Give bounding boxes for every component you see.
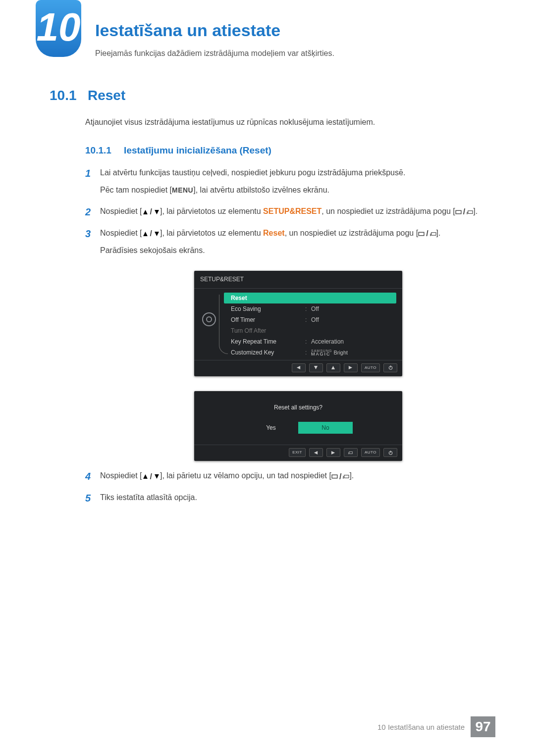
- footer-page-number: 97: [471, 716, 495, 737]
- footer-chapter-text: 10 Iestatīšana un atiestate: [377, 723, 465, 731]
- osd-row-reset[interactable]: Reset: [224, 293, 396, 303]
- rect-icon: [455, 209, 462, 215]
- osd-menu-list: Reset Eco Saving:Off Off Timer:Off Turn …: [224, 293, 402, 358]
- osd-title: SETUP&RESET: [194, 271, 402, 289]
- step-1: Lai atvērtu funkcijas taustiņu ceļvedi, …: [85, 167, 495, 197]
- section-heading: 10.1 Reset: [50, 88, 495, 103]
- osd-auto-button[interactable]: AUTO: [361, 363, 380, 372]
- osd-row-eco-saving[interactable]: Eco Saving:Off: [224, 303, 396, 314]
- confirm-auto-button[interactable]: AUTO: [361, 448, 380, 457]
- osd-nav-down[interactable]: [309, 363, 323, 372]
- confirm-yes[interactable]: Yes: [244, 422, 298, 434]
- select-keys: /: [331, 471, 349, 483]
- chapter-number: 10: [37, 7, 81, 47]
- confirm-enter[interactable]: [344, 448, 358, 457]
- gear-icon: [202, 312, 216, 326]
- osd-footer: AUTO: [194, 360, 402, 376]
- page-footer: 10 Iestatīšana un atiestate 97: [377, 716, 495, 737]
- subsection-number: 10.1.1: [85, 145, 111, 155]
- menu-key-label: MENU: [172, 186, 193, 194]
- chapter-subtitle: Pieejamās funkcijas dažādiem izstrādājum…: [95, 49, 495, 58]
- magic-bright-value: SAMSUNGMAGICBright: [311, 348, 348, 357]
- chapter-header: 10 Iestatīšana un atiestate Pieejamās fu…: [50, 11, 495, 58]
- up-down-keys: /: [142, 206, 160, 218]
- up-triangle-icon: [142, 474, 149, 479]
- osd-nav-right[interactable]: [344, 363, 358, 372]
- confirm-nav-left[interactable]: [309, 448, 323, 457]
- up-down-keys: /: [142, 228, 160, 240]
- osd-row-key-repeat[interactable]: Key Repeat Time:Acceleration: [224, 336, 396, 347]
- select-keys: /: [455, 206, 473, 218]
- subsection-title: Iestatījumu inicializēšana (Reset): [124, 145, 271, 155]
- subsection-heading: 10.1.1 Iestatījumu inicializēšana (Reset…: [85, 145, 495, 156]
- confirm-power-button[interactable]: [383, 448, 397, 457]
- setup-reset-label: SETUP&RESET: [263, 207, 321, 215]
- section-number: 10.1: [50, 88, 77, 103]
- step-3-extra: Parādīsies sekojošais ekrāns.: [100, 245, 495, 257]
- rect-icon: [331, 474, 338, 479]
- osd-nav-up[interactable]: [326, 363, 340, 372]
- osd-row-customized-key[interactable]: Customized Key: SAMSUNGMAGICBright: [224, 347, 396, 358]
- section-title: Reset: [88, 88, 125, 103]
- down-triangle-icon: [154, 209, 160, 215]
- up-triangle-icon: [142, 209, 149, 215]
- osd-confirm-dialog: Reset all settings? Yes No EXIT AUTO: [194, 391, 402, 461]
- osd-screenshot-group: SETUP&RESET Reset Eco: [194, 271, 402, 461]
- up-down-keys: /: [142, 471, 160, 483]
- step-2: Nospiediet [/], lai pārvietotos uz eleme…: [85, 205, 495, 218]
- confirm-question: Reset all settings?: [194, 403, 402, 412]
- step-5: Tiks iestatīta atlasītā opcija.: [85, 492, 495, 504]
- up-triangle-icon: [142, 231, 149, 237]
- step-1-text: Lai atvērtu funkcijas taustiņu ceļvedi, …: [100, 168, 405, 177]
- chapter-title: Iestatīšana un atiestate: [95, 11, 495, 40]
- down-triangle-icon: [154, 474, 160, 479]
- osd-power-button[interactable]: [383, 363, 397, 372]
- reset-label: Reset: [263, 229, 285, 237]
- section-description: Atjaunojiet visus izstrādājuma iestatīju…: [85, 116, 495, 128]
- osd-nav-left[interactable]: [292, 363, 306, 372]
- step-3: Nospiediet [/], lai pārvietotos uz eleme…: [85, 227, 495, 461]
- select-keys: /: [418, 228, 436, 240]
- step-4: Nospiediet [/], lai pārietu uz vēlamo op…: [85, 470, 495, 483]
- enter-icon: [343, 474, 349, 479]
- rect-icon: [418, 231, 425, 237]
- confirm-no[interactable]: No: [298, 422, 353, 434]
- enter-icon: [430, 231, 436, 237]
- osd-row-turn-off-after: Turn Off After: [224, 325, 396, 336]
- confirm-footer: EXIT AUTO: [194, 445, 402, 461]
- step-1-extra: Pēc tam nospiediet [MENU], lai atvērtu a…: [100, 184, 495, 197]
- down-triangle-icon: [154, 231, 160, 237]
- steps-list: Lai atvērtu funkcijas taustiņu ceļvedi, …: [85, 167, 495, 504]
- osd-menu: SETUP&RESET Reset Eco: [194, 271, 402, 376]
- chapter-number-badge: 10: [36, 0, 81, 57]
- confirm-exit-button[interactable]: EXIT: [289, 448, 306, 457]
- confirm-nav-right[interactable]: [326, 448, 340, 457]
- enter-icon: [467, 209, 473, 215]
- osd-row-off-timer[interactable]: Off Timer:Off: [224, 314, 396, 325]
